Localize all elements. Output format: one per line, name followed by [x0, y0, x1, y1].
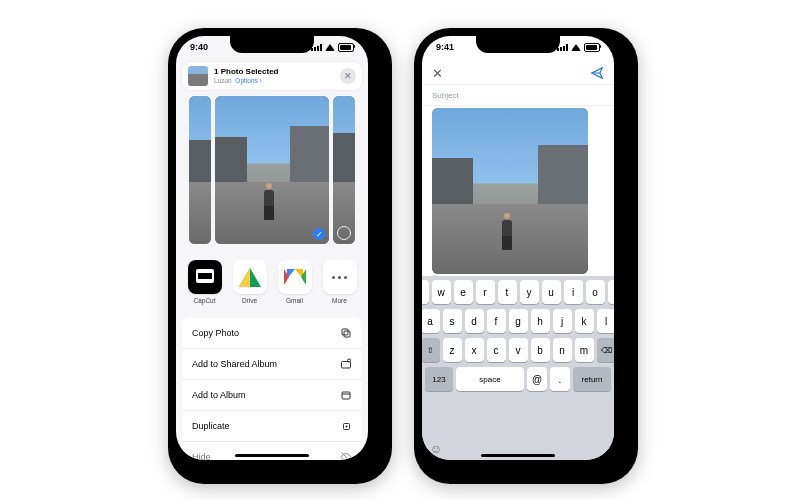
subject-field[interactable]: Subject: [422, 84, 614, 106]
capcut-icon: [188, 260, 222, 294]
action-label: Hide: [192, 452, 211, 460]
svg-rect-0: [344, 331, 350, 337]
keyboard-row-2: a s d f g h j k l: [425, 309, 611, 333]
wifi-icon: [325, 44, 335, 51]
action-add-album[interactable]: Add to Album: [182, 380, 362, 411]
action-label: Add to Album: [192, 390, 246, 400]
key-f[interactable]: f: [487, 309, 506, 333]
share-apps-row[interactable]: CapCut Drive Gmail More: [180, 254, 364, 310]
status-time: 9:40: [190, 42, 208, 52]
key-k[interactable]: k: [575, 309, 594, 333]
home-indicator[interactable]: [481, 454, 555, 457]
key-g[interactable]: g: [509, 309, 528, 333]
share-app-label: More: [332, 297, 347, 304]
attached-photo[interactable]: [432, 108, 588, 274]
key-return[interactable]: return: [573, 367, 611, 391]
action-label: Add to Shared Album: [192, 359, 277, 369]
duplicate-icon: [340, 420, 352, 432]
photo-next[interactable]: [333, 96, 355, 244]
key-p[interactable]: p: [608, 280, 615, 304]
key-l[interactable]: l: [597, 309, 615, 333]
key-a[interactable]: a: [422, 309, 440, 333]
photo-subject-person: [263, 183, 275, 217]
share-actions-list: Copy Photo Add to Shared Album Add to Al…: [182, 318, 362, 460]
ios-keyboard[interactable]: q w e r t y u i o p a s d f g h: [422, 276, 614, 460]
photo-prev[interactable]: [189, 96, 211, 244]
gmail-icon: [278, 260, 312, 294]
svg-point-3: [348, 359, 351, 362]
selection-check-icon[interactable]: ✓: [313, 228, 325, 240]
photo-selected[interactable]: ✓: [215, 96, 329, 244]
svg-rect-1: [342, 329, 348, 335]
share-app-label: Drive: [242, 297, 257, 304]
share-app-gmail[interactable]: Gmail: [278, 260, 312, 304]
key-space[interactable]: space: [456, 367, 524, 391]
key-t[interactable]: t: [498, 280, 517, 304]
share-header-text: 1 Photo Selected Luzon Options ›: [214, 68, 334, 84]
key-b[interactable]: b: [531, 338, 550, 362]
key-s[interactable]: s: [443, 309, 462, 333]
close-compose-button[interactable]: ✕: [432, 66, 443, 81]
key-o[interactable]: o: [586, 280, 605, 304]
key-h[interactable]: h: [531, 309, 550, 333]
status-icons: [557, 43, 600, 52]
action-add-shared-album[interactable]: Add to Shared Album: [182, 349, 362, 380]
share-app-capcut[interactable]: CapCut: [188, 260, 222, 304]
share-title: 1 Photo Selected: [214, 68, 334, 77]
emoji-keyboard-button[interactable]: ☺: [430, 442, 442, 456]
key-y[interactable]: y: [520, 280, 539, 304]
action-label: Duplicate: [192, 421, 230, 431]
key-dot[interactable]: .: [550, 367, 570, 391]
key-delete[interactable]: ⌫: [597, 338, 615, 362]
key-r[interactable]: r: [476, 280, 495, 304]
key-j[interactable]: j: [553, 309, 572, 333]
photo-carousel[interactable]: ✓: [176, 96, 368, 244]
copy-icon: [340, 327, 352, 339]
hide-icon: [340, 451, 352, 460]
battery-icon: [584, 43, 600, 52]
share-subtitle: Luzon Options ›: [214, 77, 334, 84]
key-n[interactable]: n: [553, 338, 572, 362]
phone-share-sheet: 9:40 1 Photo Selected Luzon Options ›: [168, 28, 392, 484]
action-copy-photo[interactable]: Copy Photo: [182, 318, 362, 349]
device-notch: [230, 36, 314, 53]
key-q[interactable]: q: [422, 280, 429, 304]
options-link[interactable]: Options ›: [235, 77, 261, 84]
selection-ring-icon[interactable]: [337, 226, 351, 240]
more-icon: [323, 260, 357, 294]
key-u[interactable]: u: [542, 280, 561, 304]
status-time: 9:41: [436, 42, 454, 52]
key-d[interactable]: d: [465, 309, 484, 333]
key-123[interactable]: 123: [425, 367, 453, 391]
compose-toolbar: ✕: [422, 62, 614, 84]
key-w[interactable]: w: [432, 280, 451, 304]
key-shift[interactable]: ⇧: [422, 338, 440, 362]
key-at[interactable]: @: [527, 367, 547, 391]
share-app-drive[interactable]: Drive: [233, 260, 267, 304]
share-app-more[interactable]: More: [323, 260, 357, 304]
action-label: Copy Photo: [192, 328, 239, 338]
keyboard-row-3: ⇧ z x c v b n m ⌫: [425, 338, 611, 362]
google-drive-icon: [233, 260, 267, 294]
close-icon: ✕: [344, 71, 352, 81]
close-button[interactable]: ✕: [340, 68, 356, 84]
subject-placeholder: Subject: [432, 91, 459, 100]
battery-icon: [338, 43, 354, 52]
action-duplicate[interactable]: Duplicate: [182, 411, 362, 442]
key-v[interactable]: v: [509, 338, 528, 362]
key-x[interactable]: x: [465, 338, 484, 362]
photo-subject-person: [501, 213, 513, 247]
key-c[interactable]: c: [487, 338, 506, 362]
send-button[interactable]: [590, 66, 604, 80]
home-indicator[interactable]: [235, 454, 309, 457]
send-icon: [590, 66, 604, 80]
key-i[interactable]: i: [564, 280, 583, 304]
key-z[interactable]: z: [443, 338, 462, 362]
key-m[interactable]: m: [575, 338, 594, 362]
selected-photo-thumbnail: [188, 66, 208, 86]
phone-gmail-compose: 9:41 ✕ Subject: [414, 28, 638, 484]
key-e[interactable]: e: [454, 280, 473, 304]
album-icon: [340, 389, 352, 401]
action-hide[interactable]: Hide: [182, 442, 362, 460]
keyboard-row-1: q w e r t y u i o p: [425, 280, 611, 304]
